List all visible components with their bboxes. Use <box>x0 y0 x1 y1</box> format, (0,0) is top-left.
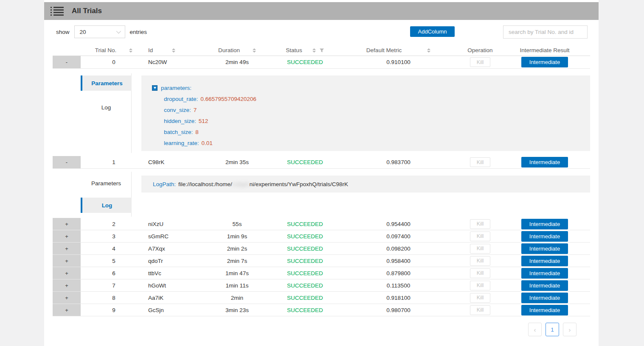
table-row: + 8 Aa7iK 2min SUCCEEDED 0.918100 Kill I… <box>53 292 590 304</box>
table-row: + 3 sGmRC 1min 9s SUCCEEDED 0.097400 Kil… <box>53 230 590 243</box>
intermediate-button[interactable]: Intermediate <box>521 256 568 266</box>
detail-tabs: Parameters Log <box>53 73 132 153</box>
kill-button[interactable]: Kill <box>470 157 490 167</box>
intermediate-button[interactable]: Intermediate <box>521 268 568 279</box>
trial-id-cell: GcSjn <box>147 304 200 316</box>
table-row: + 6 ttbVc 1min 47s SUCCEEDED 0.879800 Ki… <box>53 267 590 279</box>
expander-header <box>53 45 81 56</box>
kill-button[interactable]: Kill <box>470 219 490 229</box>
parameters-json-view: parameters: dropout_rate:0.6657955709420… <box>141 75 590 151</box>
logpath-value: file://localhost:/home/t-chy/nni/experim… <box>178 181 348 187</box>
duration-cell: 1min 11s <box>200 279 274 291</box>
sort-icon[interactable] <box>172 48 175 53</box>
intermediate-button[interactable]: Intermediate <box>521 231 568 242</box>
table-row: + 7 hGoWt 1min 11s SUCCEEDED 0.113500 Ki… <box>53 279 590 292</box>
prev-page-button[interactable]: ‹ <box>528 323 542 336</box>
duration-cell: 2min 7s <box>200 255 274 267</box>
tab-parameters[interactable]: Parameters <box>81 176 132 191</box>
sort-icon[interactable] <box>129 48 132 53</box>
collapse-toggle[interactable]: - <box>53 156 81 168</box>
header-intermediate-result: Intermediate Result <box>499 47 590 53</box>
kill-button[interactable]: Kill <box>470 232 490 241</box>
duration-cell: 2min 2s <box>200 243 274 254</box>
search-input[interactable] <box>503 25 588 39</box>
expand-toggle[interactable]: + <box>53 267 81 279</box>
table-row: - 0 Nc20W 2min 49s SUCCEEDED 0.910100 Ki… <box>53 56 590 69</box>
expand-toggle[interactable]: + <box>53 218 81 230</box>
tab-parameters[interactable]: Parameters <box>81 75 132 91</box>
filter-funnel-icon[interactable] <box>319 48 324 53</box>
logpath-label: LogPath: <box>153 181 176 187</box>
header-status[interactable]: Status <box>274 47 336 53</box>
kill-button[interactable]: Kill <box>470 256 490 266</box>
header-trial-no[interactable]: Trial No. <box>81 47 147 53</box>
trial-id-cell: C98rK <box>147 156 200 168</box>
intermediate-button[interactable]: Intermediate <box>521 57 568 67</box>
entries-select-value: 20 <box>80 29 86 35</box>
expand-toggle[interactable]: + <box>53 243 81 254</box>
trial-id-cell: A7Xqx <box>147 243 200 254</box>
header-duration[interactable]: Duration <box>200 47 274 53</box>
json-entry: hidden_size:512 <box>164 118 590 124</box>
list-icon <box>51 7 64 16</box>
expand-toggle[interactable]: + <box>53 255 81 267</box>
trial-no-cell: 6 <box>81 267 147 279</box>
table-row: - 1 C98rK 2min 35s SUCCEEDED 0.983700 Ki… <box>53 156 590 169</box>
add-column-button[interactable]: AddColumn <box>410 26 455 37</box>
sort-icon[interactable] <box>253 48 256 53</box>
expand-toggle[interactable]: + <box>53 279 81 291</box>
duration-cell: 3min 23s <box>200 304 274 316</box>
entries-select[interactable]: 20 <box>74 25 125 38</box>
json-entry: batch_size:8 <box>164 129 590 135</box>
intermediate-button[interactable]: Intermediate <box>521 243 568 254</box>
titlebar: All Trials <box>44 2 599 20</box>
kill-button[interactable]: Kill <box>470 268 490 278</box>
status-cell: SUCCEEDED <box>274 255 336 267</box>
expand-toggle[interactable]: + <box>53 304 81 316</box>
intermediate-button[interactable]: Intermediate <box>521 157 568 167</box>
logpath-panel: LogPath: file://localhost:/home/t-chy/nn… <box>141 176 590 193</box>
status-cell: SUCCEEDED <box>274 304 336 316</box>
status-cell: SUCCEEDED <box>274 230 336 242</box>
sort-icon[interactable] <box>312 48 316 53</box>
metric-cell: 0.910100 <box>336 56 461 68</box>
detail-tabs: Parameters Log <box>53 172 132 217</box>
kill-button[interactable]: Kill <box>470 305 490 315</box>
trial-id-cell: Aa7iK <box>147 292 200 304</box>
json-root-key: parameters: <box>161 85 191 91</box>
collapse-toggle[interactable]: - <box>53 56 81 68</box>
kill-button[interactable]: Kill <box>470 293 490 303</box>
metric-cell: 0.918100 <box>336 292 461 304</box>
kill-button[interactable]: Kill <box>470 244 490 254</box>
collapse-triangle-icon[interactable] <box>152 85 157 91</box>
kill-button[interactable]: Kill <box>470 57 490 67</box>
trial-id-cell: niXzU <box>147 218 200 230</box>
tab-log[interactable]: Log <box>81 100 132 115</box>
trial-id-cell: hGoWt <box>147 279 200 291</box>
duration-cell: 2min 49s <box>200 56 274 68</box>
tab-log[interactable]: Log <box>81 198 132 213</box>
table-row: + 4 A7Xqx 2min 2s SUCCEEDED 0.098200 Kil… <box>53 243 590 255</box>
entries-label: entries <box>130 29 147 35</box>
intermediate-button[interactable]: Intermediate <box>521 293 568 303</box>
header-default-metric[interactable]: Default Metric <box>336 47 461 53</box>
sort-icon[interactable] <box>427 48 430 53</box>
header-id[interactable]: Id <box>147 47 200 53</box>
trials-table: Trial No. Id Duration Status Default Met… <box>53 45 590 316</box>
metric-cell: 0.980700 <box>336 304 461 316</box>
kill-button[interactable]: Kill <box>470 281 490 290</box>
trial-no-cell: 3 <box>81 230 147 242</box>
intermediate-button[interactable]: Intermediate <box>521 280 568 291</box>
show-label: show <box>56 29 70 35</box>
metric-cell: 0.954400 <box>336 218 461 230</box>
intermediate-button[interactable]: Intermediate <box>521 305 568 315</box>
status-cell: SUCCEEDED <box>274 218 336 230</box>
intermediate-button[interactable]: Intermediate <box>521 219 568 229</box>
duration-cell: 1min 9s <box>200 230 274 242</box>
next-page-button[interactable]: › <box>563 323 577 336</box>
page-title: All Trials <box>72 7 102 15</box>
expand-toggle[interactable]: + <box>53 292 81 304</box>
expand-toggle[interactable]: + <box>53 230 81 242</box>
metric-cell: 0.958400 <box>336 255 461 267</box>
current-page-button[interactable]: 1 <box>546 323 559 336</box>
